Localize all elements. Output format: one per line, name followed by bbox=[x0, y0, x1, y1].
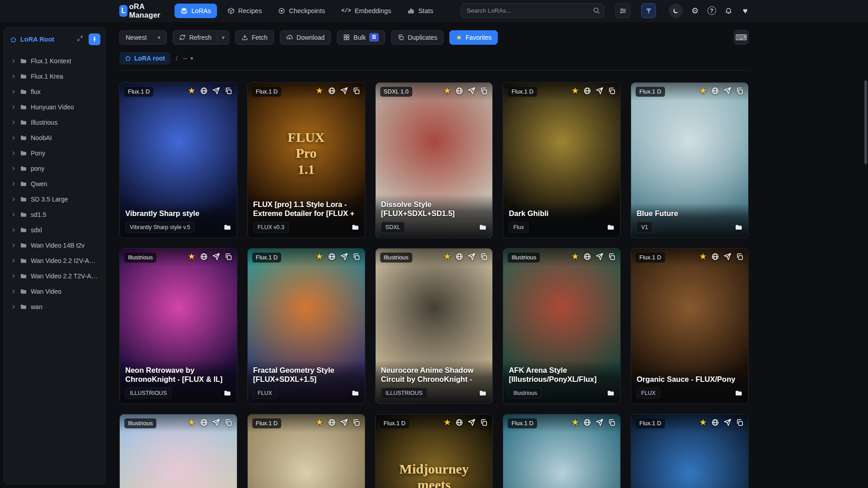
favorite-star-icon[interactable]: ★ bbox=[316, 253, 324, 261]
download-button[interactable]: Download bbox=[280, 30, 331, 45]
folder-tree-item[interactable]: pony bbox=[8, 161, 102, 176]
copy-icon[interactable] bbox=[352, 87, 360, 95]
keyboard-shortcuts-button[interactable]: ⌨ bbox=[734, 30, 749, 45]
copy-icon[interactable] bbox=[480, 87, 488, 95]
copy-icon[interactable] bbox=[480, 253, 488, 261]
duplicates-button[interactable]: Duplicates bbox=[391, 30, 443, 45]
copy-icon[interactable] bbox=[224, 87, 232, 95]
favorite-star-icon[interactable]: ★ bbox=[699, 418, 707, 427]
civitai-globe-icon[interactable] bbox=[328, 418, 336, 427]
lora-card[interactable]: Flux.1 D ★ bbox=[631, 414, 749, 488]
support-button[interactable]: ♥ bbox=[740, 6, 750, 16]
scrollbar-thumb[interactable] bbox=[864, 80, 867, 164]
civitai-globe-icon[interactable] bbox=[455, 253, 463, 261]
lora-card[interactable]: FLUX Pro 1.1 Flux.1 D ★ FLUX [pro] 1.1 S… bbox=[247, 82, 365, 238]
folder-tree-item[interactable]: Flux.1 Kontext bbox=[8, 53, 102, 69]
open-folder-icon[interactable] bbox=[735, 389, 743, 397]
settings-button[interactable]: ⚙ bbox=[690, 6, 700, 16]
civitai-globe-icon[interactable] bbox=[328, 87, 336, 95]
nav-item-stats[interactable]: Stats bbox=[401, 4, 439, 18]
open-folder-icon[interactable] bbox=[223, 223, 231, 231]
send-icon[interactable] bbox=[723, 87, 731, 95]
folder-tree-item[interactable]: wan bbox=[8, 299, 102, 314]
open-folder-icon[interactable] bbox=[223, 389, 231, 397]
civitai-globe-icon[interactable] bbox=[200, 87, 208, 95]
folder-tree-item[interactable]: Hunyuan Video bbox=[8, 99, 102, 115]
send-icon[interactable] bbox=[340, 87, 348, 95]
lora-card[interactable]: Flux.1 D ★ Organic Sauce - FLUX/Pony FLU… bbox=[631, 248, 749, 404]
civitai-globe-icon[interactable] bbox=[328, 253, 336, 261]
filter-button[interactable] bbox=[641, 3, 656, 18]
nav-item-checkpoints[interactable]: Checkpoints bbox=[272, 4, 331, 18]
copy-icon[interactable] bbox=[224, 418, 232, 427]
folder-tree-item[interactable]: Wan Video 2.2 I2V-A14B bbox=[8, 253, 102, 268]
lora-card[interactable]: Flux.1 D ★ Fractal Geometry Style [FLUX+… bbox=[247, 248, 365, 404]
folder-tree-item[interactable]: Pony bbox=[8, 145, 102, 161]
civitai-globe-icon[interactable] bbox=[455, 418, 463, 427]
civitai-globe-icon[interactable] bbox=[200, 418, 208, 427]
copy-icon[interactable] bbox=[352, 418, 360, 427]
favorite-star-icon[interactable]: ★ bbox=[571, 418, 579, 427]
bulk-button[interactable]: Bulk B bbox=[337, 30, 385, 45]
folder-tree-item[interactable]: flux bbox=[8, 84, 102, 99]
lora-card[interactable]: Flux.1 D ★ Blue Future V1 bbox=[631, 82, 749, 238]
open-folder-icon[interactable] bbox=[479, 223, 487, 231]
favorite-star-icon[interactable]: ★ bbox=[188, 418, 196, 427]
folder-tree-item[interactable]: Wan Video 14B t2v bbox=[8, 238, 102, 253]
favorite-star-icon[interactable]: ★ bbox=[188, 253, 196, 261]
nav-item-loras[interactable]: LoRAs bbox=[175, 4, 217, 18]
search-options-button[interactable] bbox=[615, 3, 630, 18]
folder-tree-item[interactable]: SD 3.5 Large bbox=[8, 192, 102, 207]
copy-icon[interactable] bbox=[736, 87, 744, 95]
sidebar-root-link[interactable]: LoRA Root bbox=[20, 36, 73, 43]
open-folder-icon[interactable] bbox=[479, 389, 487, 397]
civitai-globe-icon[interactable] bbox=[711, 87, 719, 95]
open-folder-icon[interactable] bbox=[735, 223, 743, 231]
copy-icon[interactable] bbox=[352, 253, 360, 261]
favorite-star-icon[interactable]: ★ bbox=[571, 253, 579, 261]
send-icon[interactable] bbox=[595, 87, 604, 95]
civitai-globe-icon[interactable] bbox=[583, 87, 591, 95]
civitai-globe-icon[interactable] bbox=[583, 253, 591, 261]
search-input[interactable] bbox=[461, 3, 604, 18]
favorite-star-icon[interactable]: ★ bbox=[443, 87, 451, 95]
breadcrumb-root[interactable]: LoRA root bbox=[119, 52, 170, 65]
favorite-star-icon[interactable]: ★ bbox=[571, 87, 579, 95]
folder-tree-item[interactable]: Illustrious bbox=[8, 115, 102, 130]
copy-icon[interactable] bbox=[224, 253, 232, 261]
send-icon[interactable] bbox=[467, 418, 476, 427]
folder-tree-item[interactable]: Qwen bbox=[8, 176, 102, 192]
civitai-globe-icon[interactable] bbox=[711, 253, 719, 261]
refresh-options-button[interactable]: ▾ bbox=[218, 30, 229, 45]
civitai-globe-icon[interactable] bbox=[200, 253, 208, 261]
send-icon[interactable] bbox=[212, 418, 220, 427]
folder-tree-item[interactable]: Flux.1 Krea bbox=[8, 69, 102, 84]
civitai-globe-icon[interactable] bbox=[583, 418, 591, 427]
refresh-button[interactable]: Refresh bbox=[173, 30, 218, 45]
favorite-star-icon[interactable]: ★ bbox=[443, 253, 451, 261]
send-icon[interactable] bbox=[212, 253, 220, 261]
favorite-star-icon[interactable]: ★ bbox=[443, 418, 451, 427]
fetch-button[interactable]: Fetch bbox=[235, 30, 274, 45]
favorite-star-icon[interactable]: ★ bbox=[188, 87, 196, 95]
lora-card[interactable]: Illustrious ★ bbox=[119, 414, 237, 488]
lora-card[interactable]: Flux.1 D ★ Dark Ghibli Flux bbox=[503, 82, 621, 238]
lora-card[interactable]: Illustrious ★ AFK Arena Style [Illustrio… bbox=[503, 248, 621, 404]
folder-tree-item[interactable]: NoobAI bbox=[8, 130, 102, 145]
civitai-globe-icon[interactable] bbox=[711, 418, 719, 427]
folder-tree-item[interactable]: sd1.5 bbox=[8, 207, 102, 222]
send-icon[interactable] bbox=[723, 418, 731, 427]
favorite-star-icon[interactable]: ★ bbox=[316, 418, 324, 427]
favorite-star-icon[interactable]: ★ bbox=[699, 253, 707, 261]
pin-sidebar-button[interactable] bbox=[89, 33, 100, 45]
lora-card[interactable]: Flux.1 D ★ Vibrantly Sharp style Vibrant… bbox=[119, 82, 237, 238]
copy-icon[interactable] bbox=[608, 253, 616, 261]
expand-all-button[interactable] bbox=[77, 35, 85, 43]
folder-tree-item[interactable]: sdxl bbox=[8, 222, 102, 238]
nav-item-embeddings[interactable]: </> Embeddings bbox=[335, 4, 397, 18]
lora-card[interactable]: Illustrious ★ Neon Retrowave by ChronoKn… bbox=[119, 248, 237, 404]
notifications-button[interactable] bbox=[723, 6, 733, 16]
copy-icon[interactable] bbox=[480, 418, 488, 427]
send-icon[interactable] bbox=[595, 253, 604, 261]
send-icon[interactable] bbox=[467, 253, 476, 261]
